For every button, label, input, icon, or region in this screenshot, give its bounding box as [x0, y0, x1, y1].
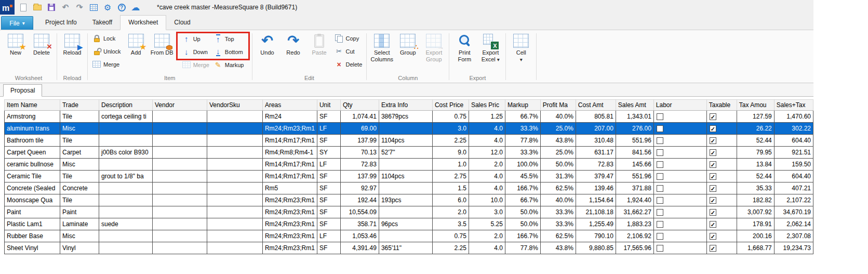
cell-extra_info[interactable]: 193pcs — [379, 194, 432, 206]
cell-labor[interactable] — [653, 182, 706, 194]
cell-profit_margin[interactable]: 62.5% — [540, 230, 576, 242]
new-file-icon[interactable] — [18, 2, 29, 12]
cell-sales_tax[interactable]: 604.40 — [774, 171, 813, 182]
cell-extra_info[interactable] — [379, 206, 432, 218]
cell-qty[interactable]: 137.99 — [340, 135, 379, 147]
column-header-trade[interactable]: Trade — [60, 100, 99, 111]
cell-labor[interactable] — [653, 171, 706, 182]
table-row[interactable]: ArmstrongTilecortega ceiling tiRm24SF1,0… — [5, 111, 813, 123]
cell-sales_tax[interactable]: 34,670.19 — [774, 206, 813, 218]
cell-cost_amt[interactable]: 72.83 — [576, 159, 616, 171]
cell-tax_amount[interactable]: 35.33 — [737, 182, 774, 194]
labor-checkbox[interactable] — [657, 221, 663, 228]
cell-areas[interactable]: Rm4;Rm8;Rm4-1 — [262, 147, 317, 159]
cell-taxable[interactable]: ✓ — [706, 123, 737, 135]
labor-checkbox[interactable] — [657, 185, 663, 192]
cell-sales_amt[interactable]: 17,565.96 — [616, 242, 653, 254]
taxable-checkbox[interactable]: ✓ — [710, 149, 716, 156]
table-row[interactable]: Sheet VinylVinylRm24;Rm23;Rm1SF4,391.493… — [5, 242, 813, 254]
labor-checkbox[interactable] — [657, 137, 663, 144]
column-header-qty[interactable]: Qty — [340, 100, 379, 111]
cell-qty[interactable]: 1,053.46 — [340, 230, 379, 242]
cell-taxable[interactable]: ✓ — [706, 194, 737, 206]
cell-unit[interactable]: SF — [317, 218, 340, 230]
cell-vendor[interactable] — [152, 147, 207, 159]
cell-vendor[interactable] — [152, 218, 207, 230]
cell-cost_amt[interactable]: 631.17 — [576, 147, 616, 159]
cut-button[interactable]: ✂ Cut — [332, 45, 365, 58]
redo-icon[interactable]: ↷ — [74, 2, 85, 12]
cell-unit[interactable]: LF — [317, 230, 340, 242]
cell-description[interactable] — [99, 194, 152, 206]
cell-markup[interactable]: 166.7% — [505, 230, 540, 242]
cell-profit_margin[interactable]: 33.3% — [540, 218, 576, 230]
cell-vendor[interactable] — [152, 111, 207, 123]
cell-markup[interactable]: 50.0% — [505, 206, 540, 218]
cell-cost_price[interactable]: 0.75 — [432, 111, 469, 123]
cell-markup[interactable]: 45.5% — [505, 171, 540, 182]
cell-cost_price[interactable]: 6.0 — [432, 194, 469, 206]
cell-unit[interactable]: SF — [317, 135, 340, 147]
cell-profit_margin[interactable]: 25.0% — [540, 147, 576, 159]
cell-description[interactable] — [99, 123, 152, 135]
cell-sales_tax[interactable]: 604.40 — [774, 135, 813, 147]
cell-trade[interactable]: Tile — [60, 111, 99, 123]
save-icon[interactable] — [46, 2, 57, 12]
cell-areas[interactable]: Rm24;Rm23;Rm1 — [262, 242, 317, 254]
cell-item_name[interactable]: Sheet Vinyl — [5, 242, 60, 254]
cell-qty[interactable]: 70.13 — [340, 147, 379, 159]
cell-button[interactable]: Cell ▾ — [508, 32, 534, 62]
cell-sales_amt[interactable]: 2,106.92 — [616, 230, 653, 242]
cell-trade[interactable]: Laminate — [60, 218, 99, 230]
cell-markup[interactable]: 33.3% — [505, 147, 540, 159]
labor-checkbox[interactable] — [657, 125, 663, 132]
unlock-button[interactable]: Unlock — [90, 45, 123, 58]
cell-vendor_sku[interactable] — [207, 171, 262, 182]
cell-description[interactable] — [99, 242, 152, 254]
cell-taxable[interactable]: ✓ — [706, 182, 737, 194]
cell-trade[interactable]: Misc — [60, 230, 99, 242]
cell-unit[interactable]: SF — [317, 206, 340, 218]
column-header-cost_amt[interactable]: Cost Amt — [576, 100, 616, 111]
cell-vendor[interactable] — [152, 159, 207, 171]
file-menu-button[interactable]: File ▾ — [1, 16, 33, 30]
cell-profit_margin[interactable]: 62.5% — [540, 182, 576, 194]
cell-trade[interactable]: Misc — [60, 159, 99, 171]
cell-item_name[interactable]: Bathroom tile — [5, 135, 60, 147]
table-row[interactable]: Moonscape QuaTileRm24;Rm23;Rm1SF192.4419… — [5, 194, 813, 206]
cell-vendor_sku[interactable] — [207, 206, 262, 218]
cell-sales_tax[interactable]: 302.22 — [774, 123, 813, 135]
column-header-tax_amount[interactable]: Tax Amou — [737, 100, 774, 111]
cell-item_name[interactable]: Armstrong — [5, 111, 60, 123]
column-header-vendor_sku[interactable]: VendorSku — [207, 100, 262, 111]
labor-checkbox[interactable] — [657, 209, 663, 216]
cell-tax_amount[interactable]: 182.82 — [737, 194, 774, 206]
cell-vendor_sku[interactable] — [207, 218, 262, 230]
from-db-button[interactable]: From DB — [149, 32, 175, 56]
cell-item_name[interactable]: Paint — [5, 206, 60, 218]
cell-areas[interactable]: Rm14;Rm17;Rm1 — [262, 135, 317, 147]
cell-labor[interactable] — [653, 147, 706, 159]
cell-sales_amt[interactable]: 31,662.27 — [616, 206, 653, 218]
open-folder-icon[interactable] — [32, 2, 43, 12]
cell-vendor[interactable] — [152, 242, 207, 254]
cell-sales_price[interactable]: 4.0 — [469, 123, 505, 135]
cell-cost_amt[interactable]: 790.10 — [576, 230, 616, 242]
column-header-labor[interactable]: Labor — [653, 100, 706, 111]
tab-cloud[interactable]: Cloud — [166, 16, 198, 30]
column-header-vendor[interactable]: Vendor — [152, 100, 207, 111]
cell-areas[interactable]: Rm5 — [262, 182, 317, 194]
cell-vendor[interactable] — [152, 182, 207, 194]
cell-sales_price[interactable]: 3.0 — [469, 206, 505, 218]
cell-labor[interactable] — [653, 230, 706, 242]
cell-cost_amt[interactable]: 805.81 — [576, 111, 616, 123]
cell-areas[interactable]: Rm24;Rm23;Rm1 — [262, 218, 317, 230]
cell-areas[interactable]: Rm14;Rm17;Rm1 — [262, 171, 317, 182]
column-header-areas[interactable]: Areas — [262, 100, 317, 111]
column-header-description[interactable]: Description — [99, 100, 152, 111]
cell-labor[interactable] — [653, 123, 706, 135]
taxable-checkbox[interactable]: ✓ — [710, 113, 716, 120]
cell-cost_amt[interactable]: 1,255.49 — [576, 218, 616, 230]
new-worksheet-button[interactable]: ★ New — [3, 32, 29, 56]
cell-sales_price[interactable]: 4.0 — [469, 171, 505, 182]
